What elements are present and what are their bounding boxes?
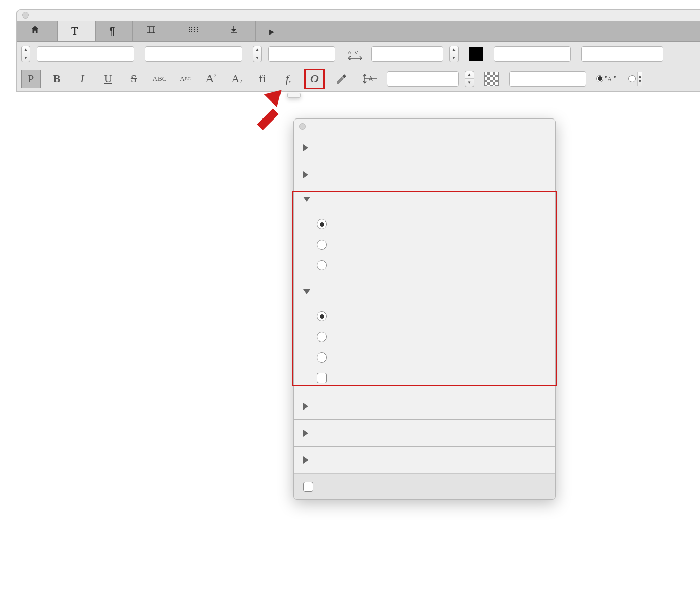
svg-text:A: A [348, 50, 351, 55]
strikethrough-toggle[interactable]: S [124, 70, 144, 88]
tab-home[interactable] [17, 21, 58, 41]
disclosure-right-icon [303, 456, 308, 464]
ribbon-tabs: T ¶ ▸ [17, 21, 700, 42]
character-icon: T [71, 25, 78, 37]
italic-toggle[interactable]: I [73, 70, 92, 88]
language-combo[interactable] [581, 46, 663, 62]
titlebar [17, 10, 700, 21]
smallcaps-toggle[interactable]: ABC [176, 70, 195, 88]
section-figure-widths[interactable] [294, 188, 555, 211]
svg-point-5 [614, 76, 616, 78]
size-stepper[interactable]: ▲▼ [253, 46, 262, 62]
subscript-toggle[interactable]: A2 [227, 70, 247, 88]
size-combo[interactable]: ▲▼ [268, 46, 335, 62]
svg-point-4 [605, 76, 607, 78]
tracking-stepper[interactable]: ▲▼ [449, 46, 459, 62]
checkbox-icon[interactable] [303, 482, 313, 492]
allcaps-toggle[interactable]: ABC [150, 70, 169, 88]
underline-toggle[interactable]: U [98, 70, 118, 88]
disclosure-right-icon [303, 403, 308, 410]
overflow-indicator: ▸ [269, 25, 274, 38]
radio-icon[interactable] [317, 352, 327, 363]
tab-rules[interactable] [133, 21, 174, 41]
highlighter-icon[interactable] [331, 70, 351, 88]
tab-tabs[interactable] [216, 21, 256, 41]
opentype-styles-panel [293, 118, 556, 500]
tracking-icon: AV [345, 45, 365, 63]
figure-widths-default[interactable] [294, 214, 555, 234]
tab-column-flow[interactable] [174, 21, 216, 41]
panel-close-icon[interactable] [299, 123, 306, 130]
radio-icon[interactable] [317, 260, 327, 270]
figure-styles-oldstyle[interactable] [294, 347, 555, 368]
figure-widths-proportional[interactable] [294, 255, 555, 276]
radio-icon[interactable] [317, 219, 327, 229]
app-window: T ¶ ▸ ▲▼ [16, 9, 700, 92]
close-window-icon[interactable] [22, 12, 29, 19]
tabs-icon [230, 25, 238, 37]
figure-widths-tabular[interactable] [294, 234, 555, 255]
baseline-shift-icon: A [361, 70, 380, 88]
manual-kern-radio[interactable] [622, 70, 642, 88]
figure-styles-default[interactable] [294, 306, 555, 327]
section-ligatures[interactable] [294, 134, 555, 161]
radio-icon[interactable] [317, 332, 327, 342]
language-input[interactable] [582, 47, 700, 61]
hscale-combo[interactable]: ▲▼ [494, 46, 571, 62]
vscale-input[interactable] [510, 72, 637, 86]
opentype-tooltip [287, 93, 301, 98]
baseline-combo[interactable] [387, 71, 459, 87]
bold-toggle[interactable]: B [47, 70, 66, 88]
paragraph-icon: ¶ [109, 25, 115, 37]
figure-styles-lining[interactable] [294, 327, 555, 347]
vscale-combo[interactable]: ▲▼ [509, 71, 586, 87]
tab-paragraph[interactable]: ¶ [96, 21, 133, 41]
color-swatch[interactable] [469, 47, 483, 61]
rules-icon [146, 25, 156, 37]
figure-styles-slashed-zero[interactable] [294, 368, 555, 388]
baseline-stepper[interactable]: ▲▼ [465, 71, 474, 87]
plain-style-toggle[interactable]: P [21, 70, 41, 88]
home-icon [30, 25, 40, 37]
callout-arrow-icon [251, 89, 282, 120]
panel-footer[interactable] [294, 473, 555, 499]
disclosure-right-icon [303, 171, 308, 178]
svg-text:V: V [355, 50, 358, 55]
shade-swatch[interactable] [484, 72, 499, 86]
disclosure-right-icon [303, 144, 308, 151]
font-style-combo[interactable]: ▲▼ [145, 46, 242, 62]
tracking-combo[interactable] [371, 46, 443, 62]
character-row-1: ▲▼ ▲▼ ▲▼ ▲▼ ▲▼ AV ▲▼ ▲▼ [17, 42, 700, 66]
radio-icon[interactable] [317, 311, 327, 321]
checkbox-icon[interactable] [317, 373, 327, 383]
character-row-2: P B I U S ABC ABC A2 A2 fi fx O A ▲▼ ▲▼ … [17, 66, 700, 91]
panel-titlebar [294, 119, 555, 134]
radio-icon[interactable] [317, 240, 327, 250]
font-name-combo[interactable]: ▲▼ [37, 46, 134, 62]
opentype-button[interactable]: O [304, 69, 325, 89]
disclosure-down-icon [303, 289, 310, 294]
figure-styles-body [294, 303, 555, 393]
svg-text:A: A [607, 75, 612, 83]
figure-widths-body [294, 211, 555, 280]
tab-character[interactable]: T [58, 21, 96, 41]
auto-kern-radio[interactable]: A [597, 70, 616, 88]
section-stylistic-sets[interactable] [294, 447, 555, 473]
column-flow-icon [188, 25, 198, 37]
tab-overflow[interactable]: ▸ [256, 21, 288, 41]
ligature-toggle[interactable]: fi [253, 70, 272, 88]
section-figure-positions[interactable] [294, 420, 555, 447]
disclosure-right-icon [303, 430, 308, 437]
disclosure-down-icon [303, 197, 310, 202]
section-capitals[interactable] [294, 161, 555, 188]
fraction-toggle[interactable]: fx [278, 70, 298, 88]
superscript-toggle[interactable]: A2 [201, 70, 221, 88]
section-alternates[interactable] [294, 393, 555, 420]
font-stepper[interactable]: ▲▼ [21, 46, 30, 62]
section-figure-styles[interactable] [294, 280, 555, 303]
